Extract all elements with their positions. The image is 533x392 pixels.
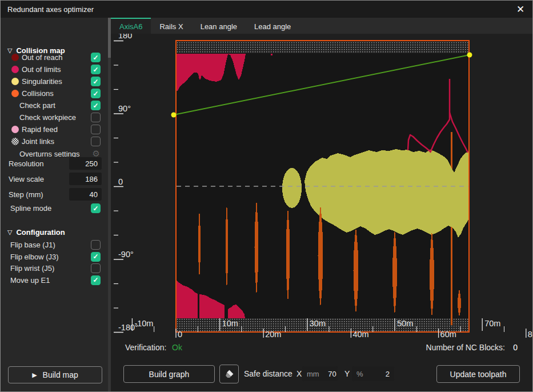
build-map-label: Build map [43,370,78,379]
safe-distance-y-label: Y [344,369,350,378]
x-tick-label: 70m [484,319,500,328]
checkbox-flip-wrist-j5[interactable] [91,263,101,273]
legend-row-check-part: Check part✓ [1,100,108,111]
safe-distance-label: Safe distance [244,369,292,378]
safe-distance-x-input[interactable] [319,370,336,378]
field-label: Step (mm) [9,190,43,199]
controls-row: Build graph Safe distance X mm Y % Updat… [111,365,532,386]
close-icon[interactable]: ✕ [514,3,527,15]
rapid-feed-color-dot [11,126,19,133]
sidebar: ▽Collision mapOut of reach✓Out of limits… [1,18,108,391]
checkbox-out-of-limits[interactable]: ✓ [91,65,101,74]
safe-distance-x-unit: mm [307,370,319,378]
legend-label: Out of limits [22,65,61,74]
checkbox-joint-links[interactable] [91,137,101,146]
eraser-button[interactable] [219,365,239,383]
safe-distance-y-box: % [352,366,394,381]
y-tick-label: 0 [118,177,123,186]
nc-blocks-value: 0 [513,343,518,352]
spline-mode-label: Spline mode [10,204,51,213]
legend-row-joint-links: Joint links [1,136,108,147]
x-tick-label: -10m [134,319,153,328]
x-tick-label: 80 [528,330,533,339]
checkbox-flip-elbow-j3[interactable]: ✓ [91,252,101,262]
checkbox-move-up-e1[interactable]: ✓ [91,275,101,285]
config-row-flip-elbow-j3: Flip elbow (J3)✓ [1,251,108,263]
spline-mode-row: Spline mode✓ [1,203,108,214]
checkbox-spline-mode[interactable]: ✓ [91,203,101,213]
resolution-input[interactable] [69,157,102,170]
checkbox-collisions[interactable]: ✓ [91,89,101,98]
step-mm-input[interactable] [69,188,102,201]
main-panel: AxisA6Rails XLean angleLead angle 18090°… [111,18,532,391]
config-row-move-up-e1: Move up E1✓ [1,275,108,286]
collisions-color-dot [11,90,19,97]
safe-distance-x-label: X [296,369,302,378]
tab-lead-angle[interactable]: Lead angle [246,18,299,34]
field-label: View scale [9,175,44,183]
joint-links-band-top [177,41,468,53]
update-toolpath-button[interactable]: Update toolpath [436,365,520,383]
out-of-limits-color-dot [11,66,19,73]
field-row-resolution: Resolution [1,158,108,170]
legend-row-rapid-feed: Rapid feed [1,124,108,135]
config-label: Flip base (J1) [10,241,55,249]
x-tick-label: 10m [222,319,238,328]
build-map-button[interactable]: ▶Build map [8,366,102,383]
x-tick-label: 30m [310,319,326,328]
build-graph-button[interactable]: Build graph [123,365,215,383]
section-header-configuration[interactable]: ▽Configuration [7,226,108,238]
config-row-flip-base-j1: Flip base (J1) [1,239,108,251]
out-of-reach-color-dot [11,54,19,61]
collapse-triangle-icon: ▽ [7,229,12,236]
legend-label: Collisions [22,89,54,98]
status-row: Verification: Ok Number of NC Blocks: 0 [111,341,532,355]
legend-row-out-of-reach: Out of reach✓ [1,52,108,63]
x-tick-label: 60m [440,330,456,339]
window-title: Redundant axes optimizer [7,5,94,14]
legend-label: Joint links [22,137,54,146]
checkbox-singularities[interactable]: ✓ [91,77,101,86]
joint-links-color-dot [11,138,19,145]
field-label: Resolution [9,159,43,168]
legend-label: Check part [19,101,55,110]
checkbox-flip-base-j1[interactable] [91,240,101,250]
collision-map-chart[interactable]: 18090°0-90°-180°-10m010m20m30m40m50m60m7… [112,34,533,339]
x-tick-label: 40m [352,330,368,339]
tab-lean-angle[interactable]: Lean angle [192,18,246,34]
verification-status: Ok [172,343,182,352]
checkbox-check-workpiece[interactable] [91,113,101,122]
out-of-limits-dot [271,54,272,55]
verification-label: Verification: [125,343,166,352]
checkbox-rapid-feed[interactable] [91,125,101,134]
safe-distance-y-unit: % [356,370,363,378]
legend-label: Check workpiece [19,113,76,122]
view-scale-input[interactable] [69,173,102,185]
singularities-color-dot [11,78,19,85]
legend-label: Rapid feed [22,125,58,134]
legend-row-collisions: Collisions✓ [1,88,108,99]
y-tick-label: 90° [118,104,131,113]
config-row-flip-wrist-j5: Flip wrist (J5) [1,263,108,274]
singularity-lens [282,168,302,208]
redundant-axes-optimizer-window: Redundant axes optimizer ✕ ▽Collision ma… [0,0,533,392]
checkbox-out-of-reach[interactable]: ✓ [91,53,101,62]
safe-distance-y-input[interactable] [363,370,390,378]
legend-row-singularities: Singularities✓ [1,76,108,87]
section-title: Configuration [16,228,65,237]
y-tick-label: -90° [118,250,134,259]
play-icon: ▶ [32,371,37,379]
tab-axisa6[interactable]: AxisA6 [111,18,151,34]
y-tick-label: 180 [118,34,132,40]
checkbox-check-part[interactable]: ✓ [91,101,101,110]
x-tick-label: 50m [397,319,413,328]
title-bar: Redundant axes optimizer ✕ [1,1,532,18]
legend-label: Singularities [22,77,62,86]
tab-rails-x[interactable]: Rails X [151,18,191,34]
x-tick-label: 20m [265,330,281,339]
legend-row-check-workpiece: Check workpiece [1,112,108,123]
path-end-point [467,53,472,58]
safe-distance-x-box: mm [302,366,338,381]
x-tick-label: 0 [178,330,182,339]
collision-line [451,132,452,325]
